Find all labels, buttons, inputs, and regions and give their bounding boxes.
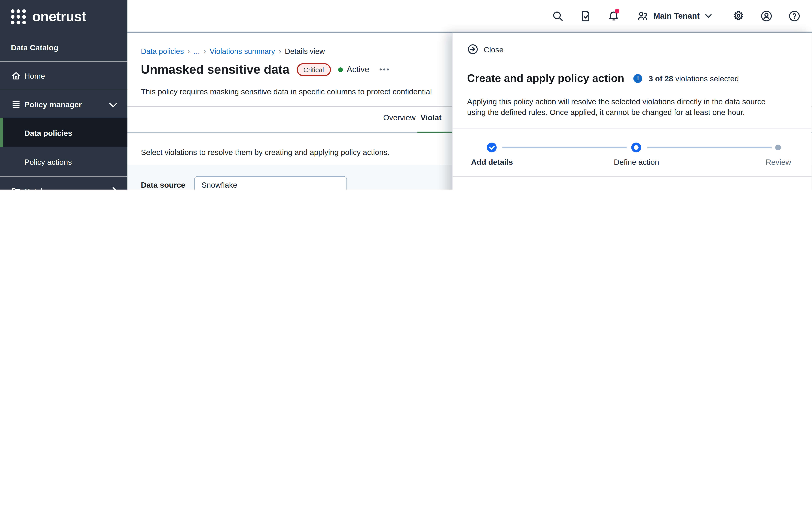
drawer-description: Applying this policy action will resolve… bbox=[467, 96, 784, 118]
step-upcoming-icon bbox=[775, 145, 781, 150]
chevron-down-icon bbox=[109, 100, 117, 107]
step-label-review[interactable]: Review bbox=[766, 158, 791, 166]
app-window: onetrust Data Catalog Home Policy manage… bbox=[0, 0, 812, 190]
brand-logo[interactable]: onetrust bbox=[0, 0, 128, 33]
drawer-title: Create and apply policy action bbox=[467, 72, 624, 85]
chevron-right-icon bbox=[109, 187, 117, 190]
tab-overview[interactable]: Overview bbox=[383, 113, 416, 122]
sidebar-item-data-policies[interactable]: Data policies bbox=[0, 118, 128, 147]
chevron-down-icon bbox=[704, 12, 713, 20]
more-actions-button[interactable] bbox=[380, 68, 389, 70]
brand-wordmark: onetrust bbox=[32, 8, 86, 25]
divider bbox=[453, 176, 811, 177]
users-icon bbox=[636, 10, 649, 22]
selected-count: 3 of 28 violations selected bbox=[648, 74, 739, 83]
info-icon: i bbox=[634, 74, 642, 83]
data-source-input[interactable]: Snowflake bbox=[194, 176, 347, 190]
policy-description: This policy requires masking sensitive d… bbox=[141, 87, 432, 96]
close-arrow-icon bbox=[467, 43, 479, 55]
step-label-define-action[interactable]: Define action bbox=[614, 158, 659, 166]
document-check-icon[interactable] bbox=[580, 10, 592, 22]
helper-text: Select violations to resolve them by cre… bbox=[141, 148, 390, 157]
tab-violations[interactable]: Violat bbox=[420, 113, 441, 122]
breadcrumb-data-policies[interactable]: Data policies bbox=[141, 47, 184, 55]
onetrust-dots-icon bbox=[11, 9, 26, 24]
sidebar-item-policy-actions[interactable]: Policy actions bbox=[0, 147, 128, 177]
notification-badge bbox=[615, 8, 619, 13]
data-source-label: Data source bbox=[141, 180, 185, 189]
search-icon[interactable] bbox=[551, 10, 564, 22]
tenant-name: Main Tenant bbox=[654, 11, 700, 20]
breadcrumb-ellipsis[interactable]: ... bbox=[193, 47, 200, 55]
breadcrumb-current: Details view bbox=[285, 47, 325, 55]
close-button[interactable]: Close bbox=[467, 43, 504, 55]
status-badge: Active bbox=[338, 65, 369, 74]
tenant-switcher[interactable]: Main Tenant bbox=[636, 10, 713, 22]
list-icon bbox=[11, 99, 21, 109]
sidebar-item-policy-manager[interactable]: Policy manager bbox=[0, 90, 128, 118]
sidebar: onetrust Data Catalog Home Policy manage… bbox=[0, 0, 128, 190]
active-dot-icon bbox=[338, 67, 343, 72]
home-icon bbox=[11, 70, 21, 81]
help-icon[interactable] bbox=[788, 10, 800, 22]
sidebar-item-home[interactable]: Home bbox=[0, 61, 128, 90]
gear-icon[interactable] bbox=[732, 10, 744, 22]
wizard-stepper: Add details Define action Review bbox=[453, 138, 812, 174]
step-label-add-details[interactable]: Add details bbox=[471, 158, 513, 166]
account-icon[interactable] bbox=[760, 10, 773, 22]
product-title: Data Catalog bbox=[0, 33, 128, 62]
breadcrumb-violations-summary[interactable]: Violations summary bbox=[210, 47, 275, 55]
policy-action-drawer: Close Create and apply policy action i 3… bbox=[452, 33, 812, 190]
notifications-bell-icon[interactable] bbox=[607, 10, 620, 22]
breadcrumb: Data policies›...›Violations summary›Det… bbox=[141, 47, 325, 55]
step-done-icon bbox=[487, 143, 496, 152]
folder-icon bbox=[11, 186, 21, 190]
topbar: Main Tenant bbox=[128, 0, 812, 33]
page-title: Unmasked sensitive data bbox=[141, 62, 289, 77]
divider bbox=[453, 128, 811, 129]
step-current-icon bbox=[631, 143, 641, 152]
severity-badge: Critical bbox=[297, 63, 331, 76]
sidebar-item-catalog[interactable]: Catalog bbox=[0, 177, 128, 190]
